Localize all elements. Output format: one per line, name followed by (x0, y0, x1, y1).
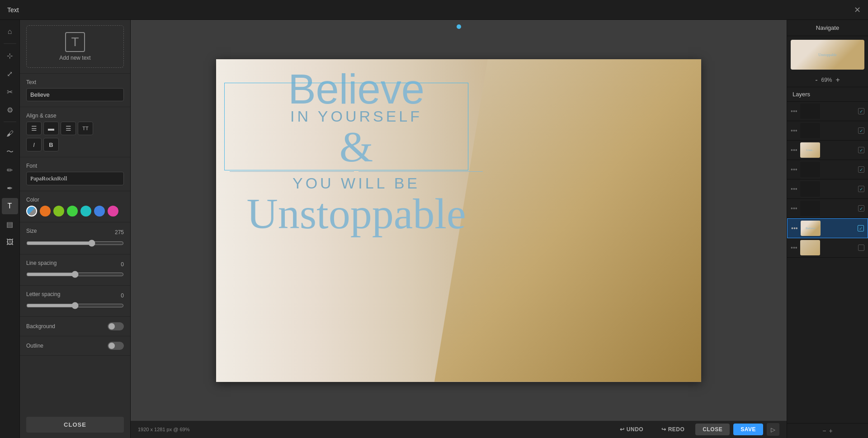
image-icon[interactable]: 🖼 (2, 234, 18, 250)
layer-2-thumbnail (800, 123, 820, 138)
layer-1-thumbnail (800, 104, 820, 119)
text-field[interactable] (26, 88, 124, 101)
close-bottom: CLOSE (20, 411, 130, 438)
quote-divider (230, 171, 483, 172)
wave-icon[interactable]: 〜 (2, 144, 18, 160)
font-section: Font (20, 157, 130, 191)
text-icon[interactable]: T (2, 198, 18, 214)
layer-2-more-button[interactable]: ••• (791, 127, 797, 134)
zoom-out-button[interactable]: - (815, 76, 817, 84)
add-text-button[interactable]: T Add new text (26, 25, 124, 68)
add-text-label: Add new text (59, 55, 90, 61)
close-button[interactable]: CLOSE (695, 424, 730, 435)
canvas-dimensions: 1920 x 1281 px @ 69% (138, 427, 190, 432)
canvas-frame: Believe IN YOURSELF & YOU WILL BE Unstop… (216, 59, 701, 382)
icon-separator-2 (4, 122, 16, 122)
size-label: Size (26, 228, 37, 234)
home-icon[interactable]: ⌂ (2, 24, 18, 40)
paint-icon[interactable]: 🖌 (2, 126, 18, 142)
outline-toggle-thumb (108, 343, 115, 349)
layer-item-1[interactable]: ••• ✓ (787, 102, 868, 121)
redo-button[interactable]: ↪ REDO (654, 424, 692, 435)
align-center-button[interactable]: ▬ (43, 122, 59, 135)
zoom-in-button[interactable]: + (836, 76, 840, 84)
undo-icon: ↩ (620, 426, 625, 433)
layer-5-check[interactable]: ✓ (858, 186, 864, 192)
layer-item-7[interactable]: ••• Believe ✓ (787, 218, 868, 238)
letter-spacing-section: Letter spacing 0 (20, 286, 130, 317)
top-bar: Text ✕ (0, 0, 868, 20)
layer-2-check[interactable]: ✓ (858, 127, 864, 134)
bold-button[interactable]: B (43, 138, 59, 151)
text-transform-button[interactable]: TT (78, 122, 93, 135)
layer-8-check[interactable] (858, 245, 864, 251)
layer-item-5[interactable]: ••• ✓ (787, 179, 868, 199)
expand-icon: ▷ (771, 426, 775, 433)
canvas-text-container[interactable]: Believe IN YOURSELF & YOU WILL BE Unstop… (230, 68, 483, 236)
crop-icon[interactable]: ✂ (2, 84, 18, 100)
layer-5-more-button[interactable]: ••• (791, 185, 797, 193)
layer-1-more-button[interactable]: ••• (791, 108, 797, 115)
color-pink-swatch[interactable] (108, 206, 118, 217)
layer-item-4[interactable]: ••• ✓ (787, 160, 868, 179)
close-panel-button[interactable]: CLOSE (26, 417, 124, 433)
color-blue-swatch[interactable] (94, 206, 105, 217)
layers-icon[interactable]: ▤ (2, 216, 18, 232)
bottom-zoom: − + (787, 423, 868, 438)
color-teal-swatch[interactable] (80, 206, 91, 217)
layer-3-more-button[interactable]: ••• (791, 146, 797, 154)
rotation-handle[interactable] (457, 24, 461, 29)
expand-button[interactable]: ▷ (767, 423, 779, 436)
layer-6-check[interactable]: ✓ (858, 205, 864, 212)
layer-item-3[interactable]: ••• Unst.. ✓ (787, 141, 868, 160)
color-green-swatch[interactable] (53, 206, 64, 217)
italic-button[interactable]: I (26, 138, 42, 151)
bottom-bar-right: ↩ UNDO ↪ REDO CLOSE SAVE ▷ (613, 423, 779, 436)
color-label: Color (26, 197, 124, 203)
layer-item-2[interactable]: ••• ✓ (787, 121, 868, 141)
layer-3-check[interactable]: ✓ (858, 147, 864, 153)
layer-7-more-button[interactable]: ••• (791, 225, 798, 232)
layer-1-check[interactable]: ✓ (858, 108, 864, 114)
layer-8-more-button[interactable]: ••• (791, 244, 797, 251)
color-multi-swatch[interactable] (26, 206, 37, 217)
color-lime-swatch[interactable] (67, 206, 78, 217)
layer-6-more-button[interactable]: ••• (791, 205, 797, 212)
zoom-fit-button[interactable]: − (822, 427, 826, 434)
font-field[interactable] (26, 172, 124, 185)
zoom-add-button[interactable]: + (829, 427, 833, 434)
settings-icon[interactable]: ⚙ (2, 102, 18, 118)
letter-spacing-slider[interactable] (26, 302, 124, 309)
size-slider[interactable] (26, 240, 124, 247)
layer-7-check[interactable]: ✓ (858, 225, 864, 231)
right-panel: Navigate Unstoppable - 69% + Layers ••• … (787, 20, 868, 438)
layer-4-more-button[interactable]: ••• (791, 166, 797, 173)
undo-label: UNDO (627, 426, 643, 433)
move-icon[interactable]: ⊹ (2, 47, 18, 64)
outline-label: Outline (26, 343, 43, 349)
transform-icon[interactable]: ⤢ (2, 66, 18, 82)
layer-4-check[interactable]: ✓ (858, 166, 864, 173)
outline-toggle[interactable] (108, 342, 124, 350)
align-right-button[interactable]: ☰ (61, 122, 76, 135)
line-spacing-value: 0 (121, 261, 124, 268)
canvas-bottom-bar: 1920 x 1281 px @ 69% ↩ UNDO ↪ REDO CLOSE… (131, 421, 787, 438)
divider-line-left (230, 171, 354, 172)
quote-believe-text: Believe (230, 68, 483, 110)
line-spacing-slider[interactable] (26, 271, 124, 278)
save-button[interactable]: SAVE (733, 424, 763, 435)
color-orange-swatch[interactable] (40, 206, 51, 217)
layer-item-8[interactable]: ••• (787, 238, 868, 258)
size-row: Size 275 (26, 228, 124, 237)
layer-7-thumbnail: Believe (801, 221, 821, 236)
undo-button[interactable]: ↩ UNDO (613, 424, 651, 435)
eyedropper-icon[interactable]: ✏ (2, 162, 18, 178)
font-label: Font (26, 163, 124, 169)
top-close-button[interactable]: ✕ (854, 5, 861, 15)
layer-8-thumbnail (800, 240, 820, 255)
layer-item-6[interactable]: ••• ✓ (787, 199, 868, 218)
background-toggle[interactable] (108, 322, 124, 330)
align-left-button[interactable]: ☰ (26, 122, 42, 135)
pen-icon[interactable]: ✒ (2, 180, 18, 196)
letter-spacing-label: Letter spacing (26, 291, 60, 297)
